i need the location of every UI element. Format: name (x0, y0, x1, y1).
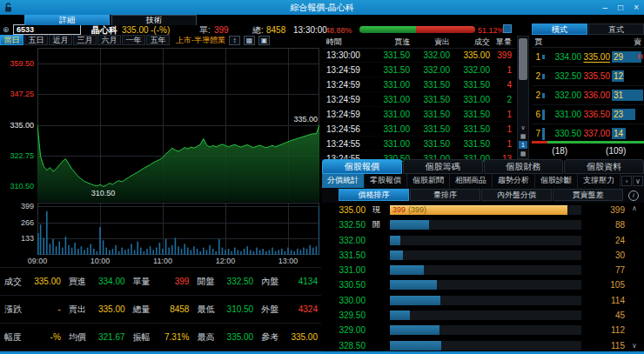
panel-tab-3[interactable]: 個股資料 (564, 159, 644, 174)
dist-bar (390, 325, 439, 335)
bid-price[interactable]: 332.00 (547, 86, 581, 104)
minimize-button[interactable]: – (603, 0, 608, 15)
period-tab-2[interactable]: 近月 (49, 35, 72, 45)
stock-code-input[interactable] (13, 24, 81, 35)
sub-tab-5[interactable]: 個股診斷 (535, 174, 578, 188)
dist-volume: 105 (583, 277, 625, 292)
stat-label: 內盤 (261, 276, 278, 288)
ask-price: 332.00 (410, 50, 450, 60)
tape-scrollbar[interactable]: ∨ ▦ 1 ▦ (517, 36, 529, 159)
sub-tab-1[interactable]: 零股報價 (365, 174, 407, 188)
bid-price[interactable]: 331.00 (547, 105, 581, 124)
tape-row: 13:24:59331.00331.50331.504 (323, 77, 515, 92)
stat-單量: 單量399 (129, 268, 193, 296)
close-button[interactable]: × (634, 0, 639, 15)
sub-tab-6[interactable]: 支撐壓力 (578, 174, 621, 188)
period-tab-row: 當日五日近月三月六月一年五年 上市-半導體業 ↕ ▦ ▣ (0, 35, 322, 45)
mode-tab-0[interactable]: 橫式 (532, 23, 587, 35)
ask-price[interactable]: 336.00 (583, 86, 610, 104)
dist-volume: 30 (583, 248, 625, 263)
ask-price[interactable]: 337.00 (583, 124, 610, 143)
dist-bar-track (390, 236, 581, 245)
stat-value: 4134 (299, 277, 318, 286)
dist-bar (390, 265, 424, 275)
sort-tab-2[interactable]: 內外盤分價 (481, 189, 552, 201)
period-tab-3[interactable]: 三月 (73, 35, 97, 45)
view-tab-1[interactable]: 技術 (111, 15, 197, 25)
dist-volume: 114 (583, 293, 625, 308)
sub-tab-3[interactable]: 相關商品 (450, 174, 493, 188)
stat-label: 最高 (197, 331, 214, 344)
time-tick: 10:00 (85, 257, 115, 265)
ladder-row[interactable]: 1334.00335.0029H (532, 48, 644, 67)
chevron-down-icon[interactable]: ∨ (633, 176, 643, 186)
bid-price[interactable]: 332.50 (547, 67, 581, 85)
scroll-down-icon[interactable]: ∨ (632, 342, 637, 350)
checker-icon[interactable]: ▦ (519, 150, 527, 157)
sort-tabs: i 價格排序量排序內外盤分價買賣盤差 (322, 188, 644, 203)
page-one-badge[interactable]: 1 (519, 141, 527, 149)
dist-price: 329.00 (326, 323, 366, 337)
stat-label: 賣出 (69, 304, 86, 316)
dist-bar-volume: 399 (392, 205, 406, 214)
dist-bar-track (390, 250, 581, 260)
ask-ratio-segment (547, 141, 644, 144)
updown-icon[interactable]: ↕ (229, 36, 240, 45)
panel-tab-2[interactable]: 個股財務 (484, 159, 564, 174)
price-tick: 335.00 (0, 121, 34, 130)
bid-price[interactable]: 330.50 (547, 124, 581, 143)
tape-option-button[interactable] (503, 24, 512, 33)
panel-tab-0[interactable]: 個股報價 (322, 159, 402, 174)
stat-value: -% (50, 332, 61, 342)
checker-icon[interactable]: ▦ (519, 132, 527, 140)
mode-tab-1[interactable]: 直式 (588, 23, 644, 35)
trade-volume: 4 (490, 80, 512, 90)
sub-tab-4[interactable]: 趨勢分析 (493, 174, 535, 188)
ladder-row[interactable]: 2332.00336.0031 (532, 86, 644, 105)
period-tab-1[interactable]: 五日 (24, 35, 48, 45)
price-dist-row: 335.00現399(399)399 (322, 203, 644, 217)
sort-tab-3[interactable]: 買賣盤差 (553, 189, 623, 201)
trade-price: 331.50 (450, 124, 490, 134)
stat-振幅: 振幅7.31% (129, 324, 193, 351)
stat-漲跌: 漲跌- (0, 296, 64, 324)
price-dist-row: 331.5030 (322, 248, 644, 263)
ladder-header: 買 賣 (532, 36, 644, 48)
panel-tab-1[interactable]: 個股籌碼 (403, 159, 483, 174)
dist-bar (390, 236, 400, 245)
grid-window-icon[interactable]: ▣ (258, 36, 270, 45)
tape-row: 13:24:55331.00331.50331.501 (323, 137, 515, 151)
dist-price: 330.00 (326, 293, 366, 308)
ask-price[interactable]: 335.50 (583, 67, 610, 85)
scroll-up-icon[interactable]: ∧ (632, 204, 637, 212)
period-tab-4[interactable]: 六月 (97, 35, 121, 45)
ask-price[interactable]: 336.50 (583, 105, 610, 124)
bid-qty: 7 (532, 124, 540, 143)
ask-price[interactable]: 335.00 (583, 48, 610, 66)
bid-price[interactable]: 334.00 (547, 48, 581, 66)
ladder-row[interactable]: 2332.50335.5012 (532, 67, 644, 86)
sub-tab-2[interactable]: 個股新聞 (407, 174, 450, 188)
period-tab-5[interactable]: 一年 (122, 35, 145, 45)
chevron-down-icon[interactable]: ∨ (519, 124, 527, 131)
titlebar: 綜合報價-晶心科 – □ × (0, 0, 644, 15)
chart-type-icon[interactable]: ▦ (244, 36, 255, 45)
tape-rows: 13:30:00331.50332.00335.0039913:24:59331… (323, 48, 515, 166)
period-tab-0[interactable]: 當日 (0, 35, 23, 45)
maximize-button[interactable]: □ (618, 0, 623, 15)
info-icon[interactable]: i (628, 190, 639, 201)
sub-tab-0[interactable]: 分價統計 (322, 174, 365, 188)
tape-scrollbar-thumb[interactable] (519, 38, 527, 80)
tape-row: 13:24:56331.00331.50331.501 (323, 122, 515, 137)
stat-賣出: 賣出335.00 (64, 296, 129, 324)
stat-內盤: 內盤4134 (257, 268, 321, 296)
volume-tick: 399 (0, 202, 34, 210)
dist-bar-track (390, 296, 581, 305)
chevron-right-icon[interactable]: › (621, 176, 632, 186)
sort-tab-0[interactable]: 價格排序 (339, 189, 409, 201)
view-tab-0[interactable]: 詳細 (24, 15, 110, 25)
sort-tab-1[interactable]: 量排序 (410, 189, 480, 201)
bid-price: 331.00 (370, 124, 410, 134)
ladder-row[interactable]: 6331.00336.5023 (532, 105, 644, 124)
period-tab-6[interactable]: 五年 (146, 35, 170, 45)
